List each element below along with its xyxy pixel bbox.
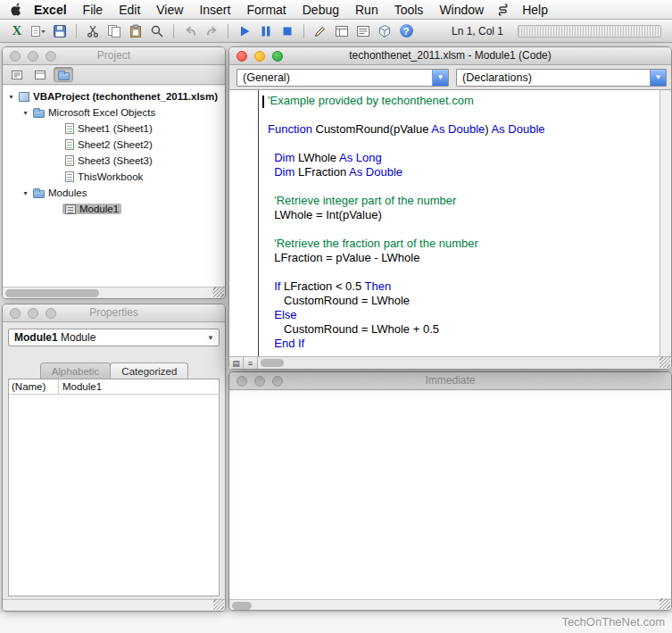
apple-menu-icon[interactable] [11,3,22,16]
property-row-name[interactable]: (Name)Module1 [9,379,219,395]
menu-item-tools[interactable]: Tools [386,3,432,17]
properties-hscrollbar[interactable] [3,599,225,611]
tree-item-sheet1-sheet1[interactable]: Sheet1 (Sheet1) [3,121,225,137]
help-icon[interactable]: ? [396,22,416,40]
property-value[interactable]: Module1 [59,379,219,394]
toolbar-separator [228,24,228,38]
code-line: End If [268,337,660,351]
code-vscrollbar[interactable] [660,90,671,356]
code-hscrollbar[interactable]: ▤ ≡ [229,356,671,369]
close-button[interactable] [236,51,247,62]
tree-item-thisworkbook[interactable]: ThisWorkbook [3,169,225,185]
project-window: Project ▾VBAProject (techonthenet_2011.x… [2,46,226,299]
combo-bar: (General) ▼ (Declarations) ▼ [229,65,671,90]
break-icon[interactable] [256,22,276,40]
design-mode-icon[interactable] [311,22,330,40]
menu-item-view[interactable]: View [148,3,191,17]
tab-alphabetic[interactable]: Alphabetic [40,362,112,379]
project-titlebar[interactable]: Project [3,47,225,65]
immediate-pane[interactable] [229,390,671,599]
properties-window-icon[interactable] [353,22,373,40]
minimize-button[interactable] [254,376,265,387]
tree-item-label: Sheet2 (Sheet2) [78,139,153,150]
close-button[interactable] [236,376,247,387]
tree-item-module1[interactable]: Module1 [3,201,225,217]
run-sub-icon[interactable] [235,22,254,40]
tree-item-label: Microsoft Excel Objects [48,107,155,118]
find-icon[interactable] [147,22,167,40]
menu-item-insert[interactable]: Insert [191,3,238,17]
tab-categorized[interactable]: Categorized [110,362,188,379]
procedure-view-icon[interactable]: ≡ [244,357,258,369]
zoom-button[interactable] [46,308,56,319]
insert-object-icon[interactable] [29,22,48,40]
project-tree[interactable]: ▾VBAProject (techonthenet_2011.xlsm)▾Mic… [3,86,225,287]
resize-grip[interactable] [213,599,224,610]
disclosure-triangle-icon[interactable]: ▾ [21,109,30,117]
paste-icon[interactable] [126,22,145,40]
menu-item-help[interactable]: Help [514,3,556,17]
menu-item-run[interactable]: Run [347,3,386,17]
scrollbar-thumb[interactable] [261,359,284,367]
project-hscrollbar[interactable] [3,287,225,298]
close-button[interactable] [10,308,21,319]
disclosure-triangle-icon[interactable]: ▾ [6,93,16,101]
code-line: LFraction = pValue - LWhole [268,251,660,265]
code-line: Function CustomRound(pValue As Double) A… [268,122,660,137]
save-icon[interactable] [50,22,70,40]
resize-grip[interactable] [660,598,670,609]
menu-item-edit[interactable]: Edit [111,3,148,17]
menu-item-debug[interactable]: Debug [295,3,347,17]
object-browser-icon[interactable] [375,22,394,40]
toolbar-ridge [518,25,661,37]
menu-item-window[interactable]: Window [431,3,492,17]
redo-icon[interactable] [202,22,221,40]
margin-indicator-bar [229,90,259,356]
minimize-button[interactable] [28,51,38,62]
tree-item-microsoft-excel-objects[interactable]: ▾Microsoft Excel Objects [3,104,225,121]
tree-item-vbaproject-techonthenet-2011-xlsm[interactable]: ▾VBAProject (techonthenet_2011.xlsm) [3,88,225,104]
excel-workbook-icon[interactable]: X [7,22,27,40]
menu-item-excel[interactable]: Excel [26,3,75,17]
tree-item-modules[interactable]: ▾Modules [3,185,225,201]
tree-item-sheet2-sheet2[interactable]: Sheet2 (Sheet2) [3,137,225,153]
resize-grip[interactable] [213,287,224,297]
view-code-icon[interactable] [7,67,27,82]
resize-grip[interactable] [660,357,670,368]
view-object-icon[interactable] [30,67,50,82]
code-titlebar[interactable]: techonthenet_2011.xlsm - Module1 (Code) [229,47,671,65]
minimize-button[interactable] [254,51,265,62]
code-line [268,108,660,122]
menu-item-file[interactable]: File [75,3,112,17]
zoom-button[interactable] [46,51,56,62]
menu-item-format[interactable]: Format [238,3,294,17]
chevron-down-icon[interactable]: ▼ [432,70,448,86]
hscroll-trough[interactable] [258,357,671,369]
object-dropdown[interactable]: (General) ▼ [236,69,449,87]
undo-icon[interactable] [180,22,200,40]
full-module-view-icon[interactable]: ▤ [229,357,244,369]
reset-icon[interactable] [278,22,297,40]
tree-item-sheet3-sheet3[interactable]: Sheet3 (Sheet3) [3,153,225,169]
minimize-button[interactable] [28,308,38,319]
project-explorer-icon[interactable] [332,22,352,40]
zoom-button[interactable] [272,376,283,387]
code-editor[interactable]: 'Example provided by techonthenet.com Fu… [229,90,660,356]
close-button[interactable] [10,51,21,62]
zoom-button[interactable] [272,51,283,62]
copy-icon[interactable] [104,22,124,40]
script-menu-icon[interactable] [492,4,514,16]
procedure-dropdown[interactable]: (Declarations) ▼ [456,69,667,87]
chevron-down-icon[interactable]: ▼ [650,70,666,86]
code-line [268,265,660,279]
immediate-titlebar[interactable]: Immediate [229,372,671,390]
toggle-folders-icon[interactable] [54,67,73,82]
object-selector-dropdown[interactable]: Module1 Module ▼ [8,329,220,346]
cut-icon[interactable] [83,22,103,40]
immediate-hscrollbar[interactable] [229,599,671,610]
scrollbar-thumb[interactable] [5,289,99,297]
code-line [268,137,660,151]
scrollbar-thumb[interactable] [232,602,252,610]
disclosure-triangle-icon[interactable]: ▾ [21,189,30,197]
properties-titlebar[interactable]: Properties [3,304,225,322]
